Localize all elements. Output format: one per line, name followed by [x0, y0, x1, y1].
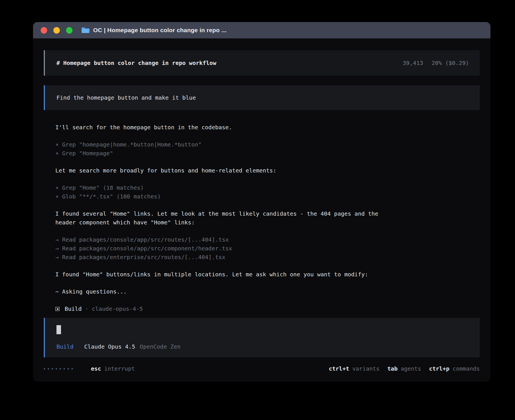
commands-label: commands: [453, 365, 480, 372]
ctrl-p-key: ctrl+p: [429, 365, 449, 372]
text-cursor: [56, 325, 61, 334]
terminal-window: OC | Homepage button color change in rep…: [33, 22, 490, 382]
tool-call-grep: ∗ Grep "homepage|home.*button|Home.*butt…: [55, 140, 480, 149]
tool-call-glob: ∗ Glob "**/*.tsx" (100 matches): [55, 192, 480, 201]
agent-separator: ·: [85, 305, 88, 313]
traffic-lights: [41, 27, 73, 34]
spacer: [44, 313, 480, 318]
session-title: # Homepage button color change in repo w…: [56, 60, 216, 66]
variants-label: variants: [352, 365, 379, 372]
tool-call-read: → Read packages/console/app/src/componen…: [55, 244, 480, 253]
shortcut-agents: tab agents: [387, 365, 421, 372]
window-title: OC | Homepage button color change in rep…: [93, 27, 226, 34]
tool-call-grep: ∗ Grep "Home" (18 matches): [55, 183, 480, 192]
status-bar: esc interrupt ctrl+t variants tab agents…: [44, 365, 480, 372]
maximize-button[interactable]: [66, 27, 73, 34]
terminal-content: # Homepage button color change in repo w…: [33, 38, 490, 382]
tool-call-group: → Read packages/console/app/src/routes/[…: [55, 235, 480, 262]
shortcut-variants: ctrl+t variants: [329, 365, 379, 372]
session-meta: 39,413 20% ($0.29): [403, 60, 469, 66]
esc-key: esc: [91, 365, 101, 372]
agent-status-row: Build · claude-opus-4-5: [55, 305, 480, 313]
session-header: # Homepage button color change in repo w…: [44, 50, 480, 76]
interrupt-label: interrupt: [104, 365, 135, 372]
assistant-message: I found "Home" buttons/links in multiple…: [55, 270, 389, 279]
user-message-text: Find the homepage button and make it blu…: [56, 94, 196, 101]
token-count: 39,413: [403, 60, 423, 66]
tool-call-read: → Read packages/console/app/src/routes/[…: [55, 235, 480, 244]
input-agent-label: Build: [56, 343, 73, 350]
folder-icon: [81, 27, 90, 34]
prompt-input[interactable]: Build Claude Opus 4.5 OpenCode Zen: [44, 318, 480, 357]
build-agent-icon: [55, 307, 60, 311]
tool-call-read: → Read packages/enterprise/src/routes/[.…: [55, 253, 480, 262]
tab-key: tab: [387, 365, 398, 372]
shortcut-interrupt: esc interrupt: [91, 365, 135, 372]
status-bar-right: ctrl+t variants tab agents ctrl+p comman…: [329, 365, 480, 372]
assistant-message: I found several "Home" links. Let me loo…: [55, 209, 389, 227]
user-message: Find the homepage button and make it blu…: [44, 85, 480, 110]
shortcut-commands: ctrl+p commands: [429, 365, 480, 372]
tool-call-group: ∗ Grep "Home" (18 matches) ∗ Glob "**/*.…: [55, 183, 480, 201]
title-bar[interactable]: OC | Homepage button color change in rep…: [33, 22, 490, 38]
agent-model: claude-opus-4-5: [92, 305, 143, 313]
assistant-message: Let me search more broadly for buttons a…: [55, 166, 389, 175]
agent-name: Build: [65, 305, 82, 313]
input-provider-label: OpenCode Zen: [140, 343, 181, 350]
status-message: ~ Asking questions...: [55, 287, 389, 296]
transcript: I'll search for the homepage button in t…: [44, 123, 480, 313]
agents-label: agents: [401, 365, 421, 372]
tool-call-group: ∗ Grep "homepage|home.*button|Home.*butt…: [55, 140, 480, 158]
progress-dots: [44, 368, 73, 369]
assistant-message: I'll search for the homepage button in t…: [55, 123, 389, 132]
input-footer: Build Claude Opus 4.5 OpenCode Zen: [56, 343, 468, 350]
context-usage: 20% ($0.29): [432, 60, 469, 66]
tool-call-grep: ∗ Grep "Homepage": [55, 149, 480, 158]
input-model-label: Claude Opus 4.5: [84, 343, 135, 350]
ctrl-t-key: ctrl+t: [329, 365, 349, 372]
close-button[interactable]: [41, 27, 47, 34]
title-group: OC | Homepage button color change in rep…: [81, 27, 226, 34]
minimize-button[interactable]: [53, 27, 60, 34]
